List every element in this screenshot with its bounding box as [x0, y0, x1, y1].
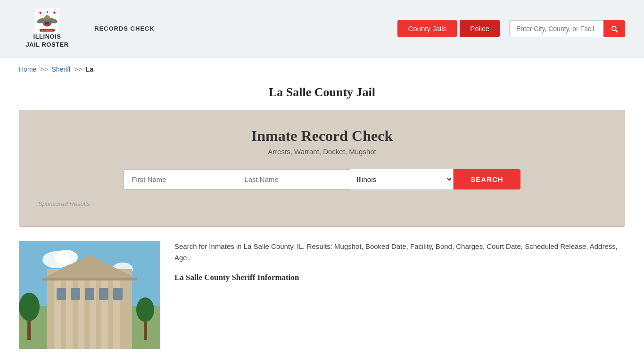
header-search-input[interactable]	[509, 20, 603, 37]
breadcrumb-current: La	[86, 66, 93, 73]
content-section: Search for Inmates in La Salle County, I…	[0, 241, 644, 362]
sheriff-info-heading: La Salle County Sheriff Information	[174, 271, 625, 284]
svg-rect-29	[85, 288, 94, 300]
breadcrumb-home[interactable]: Home	[19, 66, 36, 73]
header-search	[509, 20, 625, 37]
building-illustration	[19, 241, 160, 349]
header-search-button[interactable]	[603, 20, 625, 37]
site-header: ★ ★ ★ ILLINOIS ILLINOIS JAIL ROSTER RECO…	[0, 0, 644, 58]
record-search-button[interactable]: SEARCH	[454, 169, 520, 189]
breadcrumb-sheriff[interactable]: Sheriff	[52, 66, 71, 73]
record-check-title: Inmate Record Check	[38, 127, 606, 145]
svg-point-35	[136, 297, 154, 322]
breadcrumb: Home >> Sheriff >> La	[0, 58, 644, 77]
content-image	[19, 241, 160, 349]
breadcrumb-sep-1: >>	[40, 66, 48, 73]
svg-rect-26	[42, 278, 137, 280]
svg-rect-7	[45, 22, 49, 24]
record-check-box: Inmate Record Check Arrests, Warrant, Do…	[19, 110, 625, 227]
police-button[interactable]: Police	[460, 20, 500, 37]
svg-text:★: ★	[39, 11, 42, 15]
search-icon	[610, 25, 619, 33]
svg-rect-30	[99, 288, 108, 300]
site-logo[interactable]: ★ ★ ★ ILLINOIS ILLINOIS JAIL ROSTER	[19, 8, 75, 49]
svg-text:★: ★	[46, 10, 49, 14]
breadcrumb-sep-2: >>	[74, 66, 82, 73]
county-jails-button[interactable]: County Jails	[397, 20, 457, 37]
illinois-flag-icon: ★ ★ ★ ILLINOIS	[35, 8, 59, 33]
last-name-input[interactable]	[237, 169, 350, 189]
logo-text: ILLINOIS JAIL ROSTER	[25, 33, 68, 49]
svg-rect-28	[71, 288, 80, 300]
page-title: La Salle County Jail	[19, 85, 625, 99]
record-check-subtitle: Arrests, Warrant, Docket, Mugshot	[38, 148, 606, 156]
svg-text:★: ★	[53, 11, 56, 15]
record-search-row: Illinois Alabama Alaska Arizona Arkansas…	[38, 169, 606, 190]
svg-text:ILLINOIS: ILLINOIS	[42, 29, 52, 32]
svg-rect-27	[57, 288, 66, 300]
page-title-section: La Salle County Jail	[0, 77, 644, 110]
svg-point-33	[19, 293, 40, 321]
state-select[interactable]: Illinois Alabama Alaska Arizona Arkansas…	[350, 169, 454, 190]
svg-rect-31	[113, 288, 123, 300]
content-description: Search for Inmates in La Salle County, I…	[174, 241, 625, 263]
sponsored-results-label: Sponsored Results	[38, 200, 606, 207]
first-name-input[interactable]	[124, 169, 237, 189]
records-check-nav[interactable]: RECORDS CHECK	[94, 25, 155, 32]
svg-point-15	[54, 250, 78, 265]
content-text: Search for Inmates in La Salle County, I…	[174, 241, 625, 288]
header-navigation: County Jails Police	[397, 20, 625, 37]
